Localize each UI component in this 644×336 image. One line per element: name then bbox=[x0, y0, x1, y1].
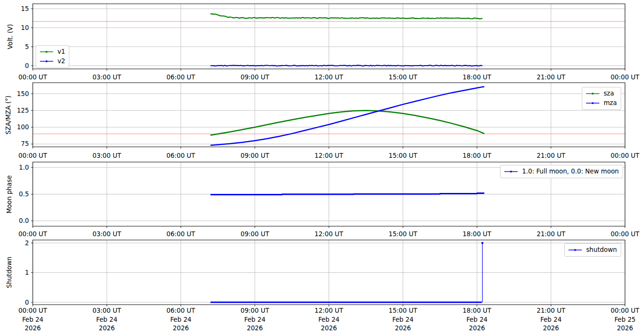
data-point-marker-shutdown-spike bbox=[481, 242, 483, 244]
y-tick-label: 15 bbox=[21, 5, 29, 12]
legend-voltage: v1 v2 bbox=[36, 45, 69, 68]
x-tick-label: 12:00 UT bbox=[314, 307, 343, 314]
x-tick-label: 18:00 UT bbox=[463, 152, 492, 159]
legend-line-marker-icon bbox=[39, 49, 54, 55]
x-tick-label: 12:00 UT bbox=[314, 230, 343, 238]
x-tick-year-label: 2026 bbox=[321, 325, 337, 332]
legend-label: v1 bbox=[57, 47, 65, 57]
x-tick-label: 09:00 UT bbox=[240, 230, 269, 238]
legend-entry-shutdown: shutdown bbox=[568, 245, 617, 255]
x-tick-label: 06:00 UT bbox=[167, 74, 196, 81]
legend-line-marker-icon bbox=[585, 100, 600, 106]
x-tick-year-label: 2026 bbox=[617, 325, 633, 332]
series-line-moon-phase bbox=[210, 193, 484, 195]
x-tick-label: 06:00 UT bbox=[167, 307, 196, 314]
legend-entry-v2: v2 bbox=[39, 57, 65, 66]
x-tick-label: 03:00 UT bbox=[93, 74, 122, 81]
y-tick-label: 2 bbox=[25, 240, 29, 247]
x-tick-label: 15:00 UT bbox=[388, 152, 417, 159]
x-tick-label: 03:00 UT bbox=[93, 152, 122, 159]
multi-panel-chart-figure: 00:00 UT03:00 UT06:00 UT09:00 UT12:00 UT… bbox=[0, 0, 644, 336]
series-line-v1 bbox=[210, 14, 483, 19]
legend-label: 1.0: Full moon, 0.0: New moon bbox=[522, 167, 619, 176]
x-tick-label: 18:00 UT bbox=[463, 307, 492, 314]
legend-moon-phase: 1.0: Full moon, 0.0: New moon bbox=[500, 165, 623, 178]
x-tick-label: 09:00 UT bbox=[240, 307, 269, 314]
y-axis-label-volt: Volt. (V) bbox=[7, 24, 14, 49]
y-tick-label: 0.5 bbox=[19, 191, 29, 198]
x-tick-year-label: 2026 bbox=[395, 325, 411, 332]
legend-entry-v1: v1 bbox=[39, 47, 65, 57]
legend-label: shutdown bbox=[586, 245, 617, 255]
x-tick-label: 21:00 UT bbox=[537, 307, 566, 314]
legend-entry-moon: 1.0: Full moon, 0.0: New moon bbox=[503, 167, 619, 176]
x-tick-label: 21:00 UT bbox=[537, 74, 566, 81]
legend-line-marker-icon bbox=[39, 58, 54, 64]
x-tick-date-label: Feb 24 bbox=[392, 316, 414, 323]
legend-label: sza bbox=[604, 89, 614, 98]
x-tick-label: 12:00 UT bbox=[314, 74, 343, 81]
y-tick-label: 150 bbox=[17, 90, 29, 97]
series-line-sza bbox=[210, 111, 484, 135]
x-tick-label: 21:00 UT bbox=[537, 230, 566, 238]
y-axis-label-shutdown: Shutdown bbox=[6, 257, 13, 288]
x-tick-label: 12:00 UT bbox=[314, 152, 343, 159]
legend-line-marker-icon bbox=[568, 247, 583, 253]
x-tick-label: 03:00 UT bbox=[93, 230, 122, 238]
legend-entry-mza: mza bbox=[585, 98, 617, 108]
x-tick-label: 06:00 UT bbox=[167, 152, 196, 159]
legend-line-marker-icon bbox=[503, 169, 519, 174]
legend-label: mza bbox=[604, 98, 617, 108]
x-tick-label: 15:00 UT bbox=[388, 74, 417, 81]
x-tick-label: 00:00 UT bbox=[611, 230, 640, 238]
legend-sza-mza: sza mza bbox=[582, 87, 621, 110]
y-tick-label: 100 bbox=[17, 124, 29, 131]
y-tick-label: 1.0 bbox=[19, 164, 29, 171]
y-axis-label-moon-phase: Moon phase bbox=[6, 175, 13, 213]
x-tick-label: 00:00 UT bbox=[19, 74, 47, 81]
x-tick-date-label: Feb 24 bbox=[244, 316, 265, 323]
x-tick-date-label: Feb 24 bbox=[22, 316, 44, 323]
x-tick-label: 00:00 UT bbox=[19, 307, 47, 314]
x-tick-label: 18:00 UT bbox=[463, 230, 492, 238]
x-tick-date-label: Feb 24 bbox=[96, 316, 118, 323]
x-tick-label: 00:00 UT bbox=[611, 307, 640, 314]
x-tick-year-label: 2026 bbox=[25, 325, 41, 332]
x-tick-date-label: Feb 24 bbox=[318, 316, 340, 323]
y-tick-label: 5 bbox=[25, 43, 29, 50]
y-tick-label: 10 bbox=[21, 24, 29, 31]
x-tick-label: 15:00 UT bbox=[388, 307, 417, 314]
x-tick-label: 18:00 UT bbox=[463, 74, 492, 81]
x-tick-date-label: Feb 24 bbox=[466, 316, 488, 323]
series-line-v2 bbox=[210, 65, 483, 66]
x-tick-year-label: 2026 bbox=[247, 325, 263, 332]
x-tick-year-label: 2026 bbox=[543, 325, 559, 332]
x-tick-label: 09:00 UT bbox=[240, 74, 269, 81]
x-tick-label: 00:00 UT bbox=[19, 230, 47, 238]
x-tick-date-label: Feb 24 bbox=[170, 316, 191, 323]
y-axis-label-sza-mza: SZA/MZA (°) bbox=[5, 95, 12, 134]
y-tick-label: 1 bbox=[25, 269, 29, 276]
x-tick-label: 00:00 UT bbox=[19, 152, 47, 159]
y-tick-label: 75 bbox=[21, 140, 29, 147]
x-tick-label: 15:00 UT bbox=[388, 230, 417, 238]
x-tick-date-label: Feb 25 bbox=[615, 316, 636, 323]
x-tick-label: 00:00 UT bbox=[611, 152, 640, 159]
x-tick-label: 00:00 UT bbox=[611, 74, 640, 81]
x-tick-year-label: 2026 bbox=[173, 325, 189, 332]
legend-label: v2 bbox=[57, 57, 65, 66]
series-line-mza bbox=[210, 86, 484, 145]
x-tick-label: 06:00 UT bbox=[167, 230, 196, 238]
x-tick-year-label: 2026 bbox=[469, 325, 485, 332]
x-tick-date-label: Feb 24 bbox=[540, 316, 562, 323]
x-tick-label: 21:00 UT bbox=[537, 152, 566, 159]
y-tick-label: 0.0 bbox=[19, 217, 29, 224]
y-tick-label: 125 bbox=[17, 107, 29, 114]
x-tick-label: 09:00 UT bbox=[240, 152, 269, 159]
legend-shutdown: shutdown bbox=[564, 243, 621, 257]
x-tick-year-label: 2026 bbox=[99, 325, 115, 332]
y-tick-label: 0 bbox=[25, 299, 29, 306]
legend-line-marker-icon bbox=[585, 91, 600, 96]
x-tick-label: 03:00 UT bbox=[93, 307, 122, 314]
legend-entry-sza: sza bbox=[585, 89, 617, 98]
